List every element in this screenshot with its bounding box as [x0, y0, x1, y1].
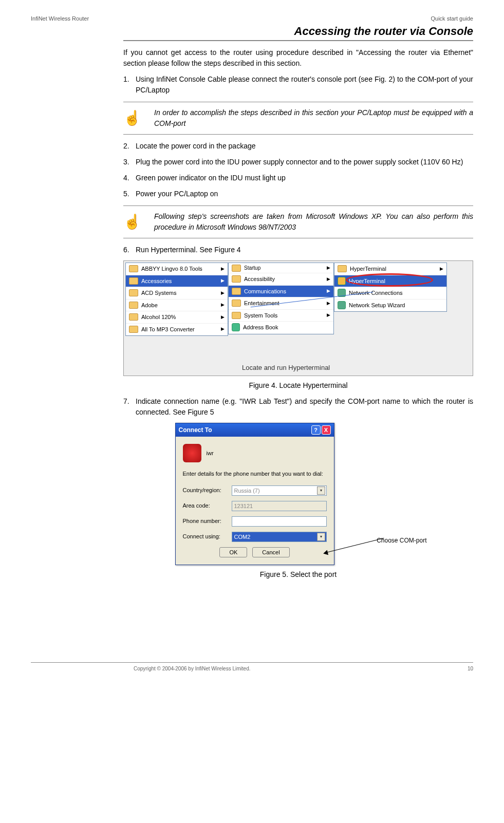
chevron-right-icon: ▶: [327, 300, 330, 307]
menu-label: Accessibility: [244, 275, 275, 284]
menu-label: All To MP3 Converter: [141, 325, 195, 334]
menu-item-communications[interactable]: Communications▶: [229, 286, 333, 298]
menu-item-abbyy[interactable]: ABBYY Lingvo 8.0 Tools▶: [126, 263, 228, 275]
menu-label: HyperTerminal: [350, 265, 386, 273]
chevron-right-icon: ▶: [221, 302, 225, 309]
figure4-caption: Figure 4. Locate Hyperterminal: [123, 380, 473, 391]
step3-text: Plug the power cord into the IDU power s…: [136, 157, 473, 167]
help-button[interactable]: ?: [311, 425, 321, 435]
choose-comport-label: Choose COM-port: [377, 536, 426, 545]
country-select[interactable]: Russia (7)▾: [232, 485, 327, 496]
menu-item-adobe[interactable]: Adobe▶: [126, 300, 228, 312]
folder-icon: [129, 277, 138, 285]
step7-num: 7.: [123, 396, 136, 418]
chevron-right-icon: ▶: [221, 290, 225, 297]
hyperterminal-icon: [338, 277, 346, 285]
step6-text: Run Hyperterminal. See Figure 4: [136, 245, 473, 255]
menu-column-1: ABBYY Lingvo 8.0 Tools▶ Accessories▶ ACD…: [125, 263, 228, 336]
dialog-instruction: Enter details for the phone number that …: [183, 470, 327, 478]
chevron-down-icon: ▾: [317, 533, 325, 541]
folder-icon: [232, 300, 241, 307]
note-box-1: ☝ In order to accomplish the steps descr…: [123, 102, 473, 135]
menu-item-systemtools[interactable]: System Tools▶: [229, 310, 333, 322]
pointing-hand-icon: ☝: [123, 110, 141, 126]
chevron-right-icon: ▶: [327, 276, 330, 283]
menu-label: HyperTerminal: [349, 277, 385, 286]
chevron-right-icon: ▶: [440, 266, 443, 273]
menu-item-hyperterminal[interactable]: HyperTerminal: [334, 275, 446, 288]
folder-icon: [232, 312, 241, 319]
folder-icon: [129, 302, 138, 309]
dialog-titlebar[interactable]: Connect To ? X: [176, 423, 334, 437]
connect-using-select[interactable]: COM2▾: [232, 532, 327, 542]
menu-label: Network Connections: [349, 289, 403, 297]
folder-icon: [129, 265, 138, 272]
connect-value: COM2: [234, 534, 251, 540]
menu-item-addressbook[interactable]: Address Book: [229, 322, 333, 334]
step2-text: Locate the power cord in the package: [136, 141, 473, 152]
menu-item-alcohol[interactable]: Alcohol 120%▶: [126, 311, 228, 324]
chevron-right-icon: ▶: [327, 265, 330, 272]
country-label: Country/region:: [183, 486, 232, 495]
figure5-caption: Figure 5. Select the port: [123, 569, 473, 580]
footer-copyright: Copyright © 2004-2006 by InfiNet Wireles…: [134, 666, 250, 671]
phone-icon: [183, 444, 201, 462]
menu-label: Communications: [244, 287, 286, 296]
menu-label: Startup: [244, 264, 260, 272]
folder-icon: [129, 289, 138, 296]
close-button[interactable]: X: [322, 425, 331, 435]
folder-icon: [232, 265, 241, 272]
folder-icon: [232, 288, 241, 295]
menu-item-startup[interactable]: Startup▶: [229, 263, 333, 273]
step1-text: Using InfiNet Console Cable please conne…: [136, 74, 473, 96]
step3-num: 3.: [123, 157, 136, 167]
dialog-title: Connect To: [179, 425, 212, 435]
area-input[interactable]: [232, 501, 327, 511]
phone-label: Phone number:: [183, 517, 232, 526]
figure4-screenshot: ABBYY Lingvo 8.0 Tools▶ Accessories▶ ACD…: [123, 260, 473, 376]
connect-label: Connect using:: [183, 532, 232, 541]
menu-item-networkconn[interactable]: Network Connections: [334, 287, 446, 300]
phone-input[interactable]: [232, 516, 327, 527]
area-label: Area code:: [183, 501, 232, 510]
folder-icon: [129, 313, 138, 321]
pointing-hand-icon: ☝: [123, 214, 141, 230]
menu-label: ABBYY Lingvo 8.0 Tools: [141, 265, 202, 273]
chevron-down-icon: ▾: [317, 487, 325, 495]
menu-label: Adobe: [141, 301, 158, 310]
menu-item-accessories[interactable]: Accessories▶: [126, 275, 228, 288]
step4-text: Green power indicator on the IDU must li…: [136, 173, 473, 183]
folder-icon: [129, 326, 138, 333]
note1-text: In order to accomplish the steps describ…: [154, 107, 473, 129]
step5-num: 5.: [123, 189, 136, 199]
note2-text: Following step's screenshots are taken f…: [154, 211, 473, 233]
menu-label: Network Setup Wizard: [349, 301, 405, 310]
step6-num: 6.: [123, 245, 136, 255]
ok-button[interactable]: OK: [219, 547, 247, 557]
menu-label: Entertainment: [244, 299, 279, 308]
menu-item-networksetup[interactable]: Network Setup Wizard: [334, 300, 446, 312]
menu-item-mp3[interactable]: All To MP3 Converter▶: [126, 324, 228, 336]
step5-text: Power your PC/Laptop on: [136, 189, 473, 199]
connection-name: iwr: [207, 449, 214, 458]
folder-icon: [338, 265, 347, 272]
menu-item-accessibility[interactable]: Accessibility▶: [229, 273, 333, 286]
chevron-right-icon: ▶: [327, 288, 330, 295]
header-left: InfiNet Wireless Router: [31, 15, 89, 22]
menu-label: Address Book: [243, 323, 278, 332]
step4-num: 4.: [123, 173, 136, 183]
network-wizard-icon: [338, 301, 346, 309]
chevron-right-icon: ▶: [221, 277, 225, 285]
locate-annotation: Locate and run Hyperterminal: [242, 363, 330, 373]
addressbook-icon: [232, 323, 240, 331]
page-title: Accessing the router via Console: [123, 25, 473, 41]
menu-column-3: HyperTerminal▶ HyperTerminal Network Con…: [334, 263, 447, 312]
chevron-right-icon: ▶: [327, 312, 330, 319]
menu-item-acd[interactable]: ACD Systems▶: [126, 287, 228, 300]
menu-item-hyperterminal-folder[interactable]: HyperTerminal▶: [334, 263, 446, 275]
menu-label: System Tools: [244, 311, 277, 320]
step7-text: Indicate connection name (e.g. "IWR Lab …: [136, 396, 473, 418]
cancel-button[interactable]: Cancel: [252, 547, 289, 557]
figure5-screenshot: Connect To ? X iwr Enter details for the…: [175, 423, 422, 565]
country-value: Russia (7): [234, 488, 260, 494]
